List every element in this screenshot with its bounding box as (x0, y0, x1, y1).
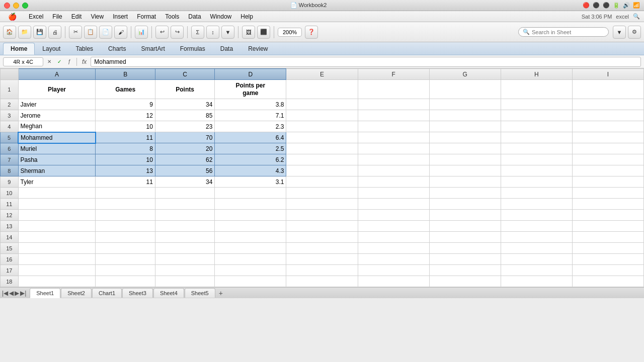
save-button[interactable]: 💾 (33, 26, 46, 39)
cell-2-C[interactable]: 34 (155, 99, 214, 110)
cell-6-D[interactable]: 2.5 (215, 143, 286, 154)
cell-12-E[interactable] (286, 210, 358, 221)
tab-smartart[interactable]: SmartArt (133, 43, 172, 55)
tab-layout[interactable]: Layout (35, 43, 68, 55)
sheet-tab-sheet5[interactable]: Sheet5 (185, 288, 215, 298)
cell-10-B[interactable] (96, 188, 155, 199)
cell-18-H[interactable] (501, 276, 572, 287)
cell-15-E[interactable] (286, 243, 358, 254)
cell-7-G[interactable] (429, 154, 501, 165)
cell-8-G[interactable] (429, 165, 501, 176)
cell-1-A[interactable]: Player (18, 80, 96, 99)
cell-6-B[interactable]: 8 (96, 143, 155, 154)
cell-11-D[interactable] (215, 199, 286, 210)
cell-15-H[interactable] (501, 243, 572, 254)
row-header-17[interactable]: 17 (1, 265, 19, 276)
cell-2-E[interactable] (286, 99, 358, 110)
menu-help[interactable]: Help (236, 12, 257, 21)
cell-6-H[interactable] (501, 143, 572, 154)
cell-11-C[interactable] (155, 199, 214, 210)
cell-3-H[interactable] (501, 110, 572, 121)
copy-button[interactable]: 📋 (84, 26, 97, 39)
cell-7-E[interactable] (286, 154, 358, 165)
tab-tables[interactable]: Tables (68, 43, 101, 55)
tab-charts[interactable]: Charts (101, 43, 133, 55)
row-header-1[interactable]: 1 (1, 80, 19, 99)
cell-1-F[interactable] (358, 80, 429, 99)
sheet-nav-next[interactable]: ▶ (15, 290, 19, 297)
cell-14-E[interactable] (286, 232, 358, 243)
cell-3-C[interactable]: 85 (155, 110, 214, 121)
cell-4-H[interactable] (501, 121, 572, 132)
menu-data[interactable]: Data (184, 12, 205, 21)
new-button[interactable]: 🏠 (3, 26, 16, 39)
checkmark-formula-button[interactable]: ✓ (55, 58, 63, 66)
row-header-2[interactable]: 2 (1, 99, 19, 110)
cell-14-F[interactable] (358, 232, 429, 243)
cell-3-I[interactable] (572, 110, 643, 121)
cell-17-H[interactable] (501, 265, 572, 276)
row-header-14[interactable]: 14 (1, 232, 19, 243)
cell-16-D[interactable] (215, 254, 286, 265)
cell-3-D[interactable]: 7.1 (215, 110, 286, 121)
gallery-button[interactable]: 🖼 (242, 26, 255, 39)
cell-13-F[interactable] (358, 221, 429, 232)
col-header-g[interactable]: G (429, 69, 501, 80)
cell-5-B[interactable]: 11 (96, 132, 155, 143)
cell-6-A[interactable]: Muriel (18, 143, 96, 154)
minimize-button[interactable] (13, 3, 19, 9)
cell-3-A[interactable]: Jerome (18, 110, 96, 121)
cell-12-F[interactable] (358, 210, 429, 221)
sheet-tab-nav[interactable]: |◀ ◀ ▶ ▶| (2, 290, 26, 297)
cell-14-B[interactable] (96, 232, 155, 243)
cell-10-I[interactable] (572, 188, 643, 199)
search-box[interactable]: 🔍 (518, 27, 609, 37)
cell-2-A[interactable]: Javier (18, 99, 96, 110)
sheet-tab-sheet2[interactable]: Sheet2 (61, 288, 92, 298)
fit-button[interactable]: ⬛ (257, 26, 270, 39)
cell-13-H[interactable] (501, 221, 572, 232)
cell-6-C[interactable]: 20 (155, 143, 214, 154)
row-header-11[interactable]: 11 (1, 199, 19, 210)
cell-2-D[interactable]: 3.8 (215, 99, 286, 110)
cell-16-F[interactable] (358, 254, 429, 265)
cell-7-F[interactable] (358, 154, 429, 165)
cell-9-F[interactable] (358, 176, 429, 188)
cell-4-G[interactable] (429, 121, 501, 132)
col-header-d[interactable]: D (215, 69, 286, 80)
cell-10-H[interactable] (501, 188, 572, 199)
help-button[interactable]: ❓ (305, 26, 318, 39)
row-header-5[interactable]: 5 (1, 132, 19, 143)
menu-window[interactable]: Window (206, 12, 236, 21)
cell-9-A[interactable]: Tyler (18, 176, 96, 188)
cell-17-I[interactable] (572, 265, 643, 276)
cell-13-D[interactable] (215, 221, 286, 232)
cell-7-C[interactable]: 62 (155, 154, 214, 165)
maximize-button[interactable] (22, 3, 28, 9)
row-header-8[interactable]: 8 (1, 165, 19, 176)
cut-button[interactable]: ✂ (69, 26, 82, 39)
cell-8-A[interactable]: Sherman (18, 165, 96, 176)
col-header-i[interactable]: I (572, 69, 643, 80)
filter-button[interactable]: ▼ (221, 26, 234, 39)
cell-10-D[interactable] (215, 188, 286, 199)
cell-8-F[interactable] (358, 165, 429, 176)
cell-14-G[interactable] (429, 232, 501, 243)
cell-1-B[interactable]: Games (96, 80, 155, 99)
cell-17-B[interactable] (96, 265, 155, 276)
tab-home[interactable]: Home (3, 43, 35, 55)
cell-5-D[interactable]: 6.4 (215, 132, 286, 143)
menu-tools[interactable]: Tools (161, 12, 183, 21)
cell-17-F[interactable] (358, 265, 429, 276)
cell-15-G[interactable] (429, 243, 501, 254)
formula-input[interactable] (91, 57, 641, 67)
row-header-4[interactable]: 4 (1, 121, 19, 132)
apple-menu[interactable]: 🍎 (4, 12, 21, 22)
sheet-tab-sheet1[interactable]: Sheet1 (30, 288, 60, 298)
cell-15-D[interactable] (215, 243, 286, 254)
cell-15-I[interactable] (572, 243, 643, 254)
row-header-13[interactable]: 13 (1, 221, 19, 232)
cell-16-I[interactable] (572, 254, 643, 265)
cell-1-E[interactable] (286, 80, 358, 99)
cell-6-I[interactable] (572, 143, 643, 154)
